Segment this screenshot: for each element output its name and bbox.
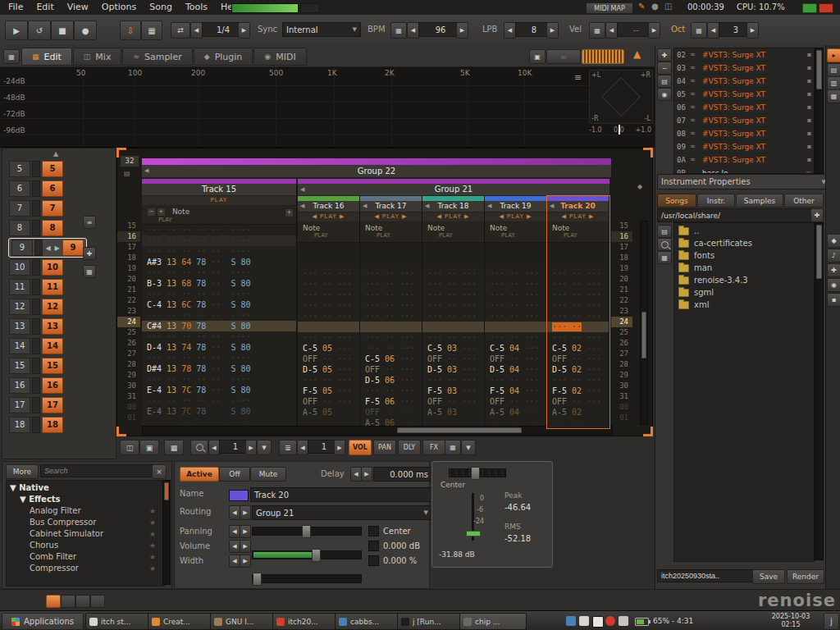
prev-pattern-arrow[interactable]: ◀ [44, 244, 52, 252]
mute-box[interactable] [32, 377, 40, 394]
oct-keyboard-icon[interactable]: ▦ [691, 22, 707, 39]
pattern-number[interactable]: 16 [42, 377, 63, 394]
track-play-button[interactable]: ◀ PLAY ▶ [422, 212, 484, 222]
add-panel-icon[interactable]: ✚ [827, 263, 840, 277]
sequence-slot-8[interactable]: 88 [9, 219, 63, 237]
file-row[interactable]: renoise-3.4.3 [674, 274, 814, 286]
pattern-cell[interactable]: B-3 13 68 78 ·· S 80 [142, 278, 296, 289]
pattern-cell[interactable]: ··· ·· ··· [485, 279, 546, 290]
pattern-cell[interactable]: E-4 13 7C 78 ·· S 80 [142, 406, 296, 417]
instrument-row[interactable]: 0Bbass lo≈ [674, 167, 814, 174]
scopes-panel-icon[interactable]: ▤ [827, 63, 840, 77]
pattern-cell[interactable]: OFF ·· ··· [360, 364, 422, 375]
add-fx-column-button[interactable]: + [285, 208, 294, 217]
delay-down-arrow[interactable]: ◀ [350, 467, 362, 482]
pattern-cell[interactable]: D-4 13 74 78 ·· S 80 [142, 342, 296, 353]
sequence-slot-17[interactable]: 1717 [9, 396, 63, 414]
track-header-mode-button[interactable]: ▣ [139, 440, 159, 455]
track-rows[interactable]: ··· ·· ······ ·· ······ ·· ······ ·· ···… [360, 268, 422, 428]
pattern-hscrollbar[interactable] [142, 426, 613, 435]
edit-step-icon[interactable]: ≣ [279, 440, 297, 455]
zoom-dropdown[interactable]: ▼ [257, 440, 272, 455]
pattern-cell[interactable]: ··· ·· ··· [298, 322, 359, 332]
plugin-item[interactable]: Chorus★ [10, 540, 164, 551]
panning-up-arrow[interactable]: ▶ [240, 525, 251, 538]
pattern-cell[interactable]: C-5 03 ··· [422, 343, 484, 354]
plugin-item[interactable]: Cabinet Simulator★ [10, 528, 164, 540]
lpb-down-arrow[interactable]: ◀ [504, 22, 516, 39]
favorite-star-icon[interactable]: ★ [149, 540, 156, 551]
pattern-cell[interactable]: ··· ·· ··· [298, 311, 359, 322]
instrument-midi-button[interactable]: ◉ [657, 88, 672, 101]
mute-box[interactable] [32, 220, 40, 236]
panel-expand-button[interactable]: ▸ [827, 48, 840, 62]
pattern-cell[interactable]: ··· ·· ·· ·· ·· ···· [142, 310, 296, 321]
favorite-star-icon[interactable]: ★ [149, 551, 156, 563]
track-15-column[interactable]: Track 15 PLAY −+ Note PLAY + ··· ·· ·· ·… [142, 179, 297, 427]
pattern-cell[interactable]: OFF ·· ··· [547, 396, 609, 407]
pattern-cell[interactable]: ··· ·· ··· [298, 300, 359, 311]
add-instrument-button[interactable]: ✚ [657, 48, 672, 62]
midi-map-button[interactable]: MIDI MAP [586, 2, 633, 14]
track-play-button[interactable]: ◀ PLAY ▶ [485, 212, 546, 222]
sequencer-insert-icon[interactable]: ✚ [83, 247, 96, 260]
stop-button[interactable]: ■ [51, 21, 74, 40]
volume-icon[interactable] [619, 616, 628, 626]
remove-column-button[interactable]: − [147, 208, 156, 217]
sequence-slot-7[interactable]: 77 [9, 199, 63, 217]
instrument-row[interactable]: 02∞#VST3: Surge XT▪ [674, 48, 814, 62]
track-header[interactable]: ◀Track 17 [360, 201, 422, 212]
pattern-cell[interactable]: F-5 05 ··· [298, 386, 359, 396]
pattern-vscrollbar[interactable] [640, 221, 648, 425]
pattern-cell[interactable]: F-5 06 ··· [360, 396, 422, 407]
routing-next-arrow[interactable]: ▶ [240, 505, 251, 520]
track15-header[interactable]: Track 15 [142, 184, 296, 196]
pattern-cell[interactable]: OFF ·· ··· [485, 396, 546, 407]
pattern-cell[interactable]: A-5 04 ··· [485, 407, 546, 418]
instrument-row[interactable]: 05∞#VST3: Surge XT▪ [674, 88, 814, 101]
mute-box[interactable] [34, 240, 43, 256]
track-rows[interactable]: ··· ·· ······ ·· ······ ·· ······ ·· ···… [422, 268, 484, 428]
file-row[interactable]: ca-certificates [674, 237, 814, 249]
track-column-track-18[interactable]: ◀Track 18◀ PLAY ▶NotePLAY··· ·· ······ ·… [422, 196, 485, 428]
collapse-icon[interactable]: ◀ [425, 201, 429, 212]
spectrum-view-button[interactable] [582, 49, 624, 64]
sequencer-matrix-icon[interactable]: ▦ [83, 265, 96, 278]
render-button[interactable]: Render [787, 569, 824, 584]
spectrum-menu-icon[interactable]: ≡ [574, 72, 582, 83]
pattern-cell[interactable]: OFF ·· ··· [360, 407, 422, 418]
pattern-cell[interactable]: ··· ·· ··· [422, 290, 484, 300]
pattern-cell[interactable]: A-5 05 ··· [298, 407, 359, 418]
routing-select[interactable]: Group 21▼ [252, 505, 432, 520]
pattern-cell[interactable]: ··· ·· ··· [422, 311, 484, 322]
pattern-wrap-button[interactable]: ▦ [141, 21, 162, 40]
track-column-track-20[interactable]: ◀Track 20◀ PLAY ▶NotePLAY··· ·· ······ ·… [547, 196, 609, 428]
pattern-cell[interactable]: ··· ·· ··· [298, 279, 359, 290]
pattern-cell[interactable]: F-5 02 ··· [547, 386, 609, 396]
tab-edit[interactable]: ▦Edit [21, 48, 72, 66]
pattern-cell[interactable]: ··· ·· ··· [547, 322, 609, 332]
instrument-properties-bar[interactable]: Instrument Properties ▼ [657, 174, 830, 189]
favorite-star-icon[interactable]: ★ [149, 505, 156, 517]
pattern-cell[interactable]: ··· ·· ··· [298, 332, 359, 343]
sequence-slot-16[interactable]: 1616 [9, 377, 63, 395]
width-automation-checkbox[interactable] [368, 555, 379, 566]
pattern-cell[interactable]: D-5 04 ··· [485, 364, 546, 375]
file-row[interactable]: .. [674, 225, 814, 237]
mute-box[interactable] [32, 318, 40, 335]
misc-panel-icon[interactable]: ▪ [827, 293, 840, 307]
collapse-icon[interactable]: ◀ [300, 201, 304, 212]
pattern-cell[interactable]: C-4 13 6C 78 ·· S 80 [142, 299, 296, 310]
pattern-cell[interactable]: E-4 13 7C 78 ·· S 80 [142, 385, 296, 395]
pattern-cell[interactable]: OFF ·· ··· [298, 354, 359, 364]
pattern-cell[interactable]: OFF ·· ··· [422, 354, 484, 364]
track-play-button[interactable]: ◀ PLAY ▶ [547, 212, 609, 222]
save-button[interactable]: Save [752, 569, 785, 584]
instrument-row[interactable]: 04∞#VST3: Surge XT▪ [674, 75, 814, 88]
expand-view-button[interactable]: ▣ [529, 49, 546, 64]
taskbar-window-2[interactable]: GNU I... [210, 613, 277, 630]
single-track-mode-button[interactable]: ◫ [120, 440, 139, 455]
track-header[interactable]: ◀Track 18 [422, 201, 484, 212]
pattern-cell[interactable]: ··· ·· ··· [422, 279, 484, 290]
add-location-button[interactable]: ✚ [810, 208, 824, 222]
